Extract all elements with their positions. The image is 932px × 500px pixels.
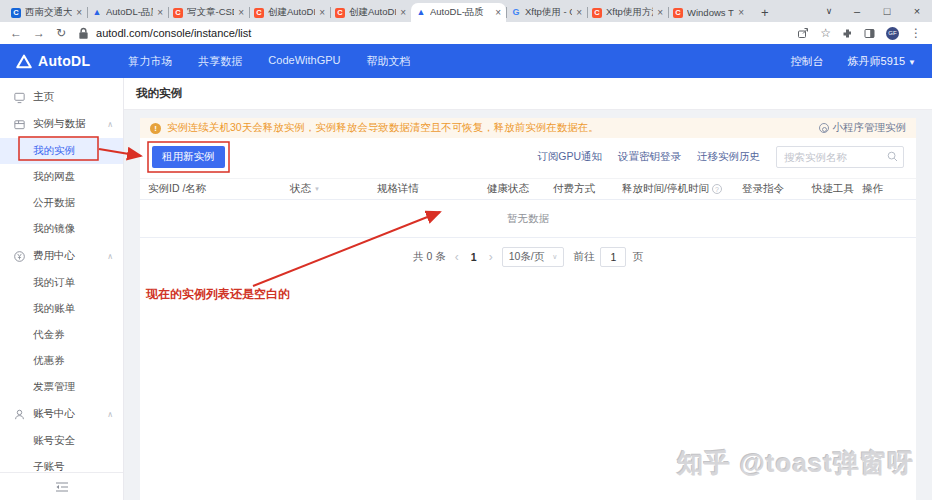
close-window-icon[interactable]: ×: [902, 0, 932, 22]
tab-autodl-1[interactable]: ▲ AutoDL-品质 ×: [87, 3, 168, 22]
next-page-icon[interactable]: ›: [489, 250, 493, 264]
mini-program-icon: [819, 123, 829, 133]
header-nav: 算力市场 共享数据 CodeWithGPU 帮助文档: [128, 54, 410, 69]
page-size-select[interactable]: 10条/页 ∨: [502, 247, 565, 267]
chevron-down-icon: ∨: [552, 253, 557, 261]
username: 炼丹师5915: [848, 55, 905, 67]
sidebar-section-account[interactable]: 账号中心 ∧: [0, 400, 123, 428]
col-login-cmd: 登录指令: [742, 182, 812, 196]
col-release-time: 释放时间/停机时间 ?: [622, 182, 742, 196]
status-filter-icon[interactable]: ▼: [314, 186, 320, 192]
collapse-sidebar-icon[interactable]: [55, 481, 69, 493]
urlbar-actions: ☆ GF ⋮: [797, 26, 922, 40]
side-panel-icon[interactable]: [864, 28, 875, 39]
tab-title: AutoDL-品质: [430, 6, 491, 19]
instance-search: [776, 146, 904, 168]
current-page[interactable]: 1: [468, 251, 480, 263]
console-link[interactable]: 控制台: [791, 54, 824, 69]
extensions-icon[interactable]: [842, 28, 853, 39]
profile-avatar[interactable]: GF: [886, 27, 899, 40]
total-count: 共 0 条: [413, 250, 446, 264]
goto-page-input[interactable]: [600, 247, 626, 267]
browser-url-bar: ← → ↻ autodl.com/console/instance/list ☆…: [0, 22, 932, 44]
refresh-icon[interactable]: ↻: [56, 26, 66, 40]
col-actions: 操作: [862, 182, 908, 196]
prev-page-icon[interactable]: ‹: [455, 250, 459, 264]
tab-title: Xftp使用 - Go: [525, 6, 572, 19]
sidebar-item-account-security[interactable]: 账号安全: [0, 428, 123, 454]
tab-close-icon[interactable]: ×: [76, 7, 82, 18]
subscribe-gpu-link[interactable]: 订阅GPU通知: [537, 150, 602, 164]
tab-autodl-active[interactable]: ▲ AutoDL-品质 ×: [411, 3, 506, 22]
col-status: 状态 ▼: [290, 182, 377, 196]
bookmark-star-icon[interactable]: ☆: [820, 26, 831, 40]
nav-codewithgpu[interactable]: CodeWithGPU: [268, 54, 340, 69]
sidebar-item-home[interactable]: 主页: [0, 84, 123, 110]
google-favicon: G: [511, 8, 521, 18]
zhihu-watermark: 知乎 @toast弹窗呀: [677, 446, 914, 481]
tab-title: 创建AutoDL: [349, 6, 396, 19]
minimize-icon[interactable]: –: [842, 0, 872, 22]
rent-new-instance-button[interactable]: 租用新实例: [152, 146, 225, 168]
home-icon: [13, 91, 26, 104]
share-icon[interactable]: [797, 27, 809, 39]
browser-menu-icon[interactable]: ⋮: [910, 26, 922, 40]
tab-close-icon[interactable]: ×: [576, 7, 582, 18]
autodl-logo[interactable]: AutoDL: [16, 53, 90, 69]
search-input[interactable]: [776, 146, 904, 168]
empty-state-text: 暂无数据: [507, 212, 549, 226]
tab-xftp-google[interactable]: G Xftp使用 - Go ×: [506, 3, 587, 22]
tab-xftp-usage[interactable]: C Xftp使用方法 ×: [587, 3, 668, 22]
back-icon[interactable]: ←: [10, 26, 22, 40]
col-payment: 付费方式: [553, 182, 622, 196]
sidebar-item-public-data[interactable]: 公开数据: [0, 190, 123, 216]
tab-close-icon[interactable]: ×: [238, 7, 244, 18]
sidebar-item-my-images[interactable]: 我的镜像: [0, 216, 123, 242]
sidebar-item-coupons[interactable]: 优惠券: [0, 348, 123, 374]
instances-toolbar: 租用新实例 订阅GPU通知 设置密钥登录 迁移实例历史: [140, 138, 916, 174]
sidebar-item-my-orders[interactable]: 我的订单: [0, 270, 123, 296]
collapse-caret-icon: ∧: [107, 410, 113, 419]
tab-close-icon[interactable]: ×: [157, 7, 163, 18]
col-spec: 规格详情: [377, 182, 487, 196]
tab-create-autodl-2[interactable]: C 创建AutoDL ×: [330, 3, 411, 22]
sidebar-section-billing[interactable]: 费用中心 ∧: [0, 242, 123, 270]
tab-close-icon[interactable]: ×: [400, 7, 406, 18]
tab-close-icon[interactable]: ×: [657, 7, 663, 18]
user-menu[interactable]: 炼丹师5915▼: [848, 54, 916, 69]
nav-docs[interactable]: 帮助文档: [366, 54, 410, 69]
tab-title: Xftp使用方法: [606, 6, 653, 19]
sidebar-section-instances[interactable]: 实例与数据 ∧: [0, 110, 123, 138]
forward-icon[interactable]: →: [33, 26, 45, 40]
mini-program-link[interactable]: 小程序管理实例: [819, 121, 907, 135]
tab-list-icon[interactable]: ∨: [816, 0, 842, 22]
tab-close-icon[interactable]: ×: [738, 7, 744, 18]
nav-shared-data[interactable]: 共享数据: [198, 54, 242, 69]
address-bar[interactable]: autodl.com/console/instance/list: [77, 27, 786, 40]
sidebar-item-vouchers[interactable]: 代金券: [0, 322, 123, 348]
sidebar-item-invoices[interactable]: 发票管理: [0, 374, 123, 400]
tab-swjtu[interactable]: C 西南交通大学 ×: [6, 3, 87, 22]
tab-create-autodl-1[interactable]: C 创建AutoDL ×: [249, 3, 330, 22]
release-warning-alert: ! 实例连续关机30天会释放实例，实例释放会导致数据清空且不可恢复，释放前实例在…: [140, 118, 916, 138]
tab-close-icon[interactable]: ×: [495, 7, 501, 18]
autodl-favicon: ▲: [92, 8, 102, 18]
col-health: 健康状态: [487, 182, 553, 196]
warning-text: 实例连续关机30天会释放实例，实例释放会导致数据清空且不可恢复，释放前实例在数据…: [167, 121, 599, 135]
set-key-login-link[interactable]: 设置密钥登录: [618, 150, 681, 164]
migrate-history-link[interactable]: 迁移实例历史: [697, 150, 760, 164]
tab-close-icon[interactable]: ×: [319, 7, 325, 18]
maximize-icon[interactable]: □: [872, 0, 902, 22]
tab-csdn-write[interactable]: C 写文章-CSDN ×: [168, 3, 249, 22]
toolbar-right: 订阅GPU通知 设置密钥登录 迁移实例历史: [537, 146, 904, 168]
annotation-note: 现在的实例列表还是空白的: [146, 286, 290, 303]
sidebar-item-my-bills[interactable]: 我的账单: [0, 296, 123, 322]
nav-market[interactable]: 算力市场: [128, 54, 172, 69]
sidebar-item-my-netdisk[interactable]: 我的网盘: [0, 164, 123, 190]
tab-windows[interactable]: C Windows T ×: [668, 3, 749, 22]
new-tab-button[interactable]: +: [757, 5, 773, 22]
console-sidebar: 主页 实例与数据 ∧ 我的实例 我的网盘 公开数据 我的镜像 费: [0, 78, 124, 500]
instances-card: ! 实例连续关机30天会释放实例，实例释放会导致数据清空且不可恢复，释放前实例在…: [140, 118, 916, 500]
sidebar-item-my-instances[interactable]: 我的实例: [0, 138, 123, 164]
col-quick-tools: 快捷工具: [812, 182, 862, 196]
